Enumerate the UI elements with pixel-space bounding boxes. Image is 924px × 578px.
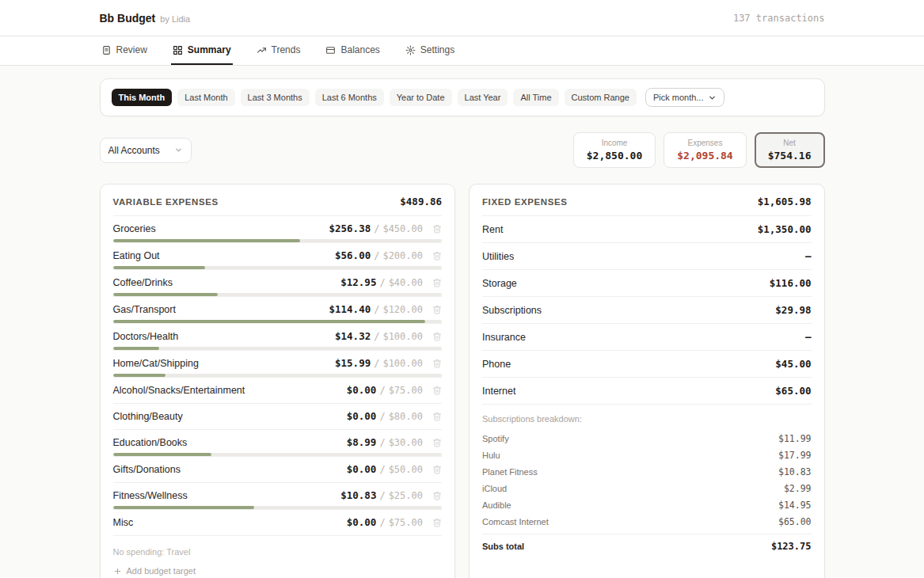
- expense-value: $116.00: [770, 277, 812, 289]
- subs-total-value: $123.75: [771, 541, 812, 552]
- date-range-pill-year-to-date[interactable]: Year to Date: [390, 89, 452, 106]
- budget-amount: $50.00: [389, 464, 423, 475]
- trash-icon[interactable]: [423, 251, 442, 260]
- chevron-down-icon: [708, 93, 717, 102]
- date-range-pill-this-month[interactable]: This Month: [112, 89, 173, 106]
- spent-amount: $12.95: [340, 276, 376, 288]
- category-name: Groceries: [113, 223, 329, 234]
- trash-icon[interactable]: [423, 518, 442, 527]
- budget-category-row: Doctors/Health $14.32 / $100.00: [113, 324, 443, 351]
- expense-value: $29.98: [775, 304, 811, 316]
- budget-progress-fill: [113, 506, 255, 509]
- trash-icon[interactable]: [423, 465, 442, 474]
- category-amounts: $0.00 / $75.00: [347, 516, 423, 528]
- stat-cards: Income $2,850.00 Expenses $2,095.84 Net …: [573, 132, 825, 168]
- subscription-value: $2.99: [784, 483, 812, 494]
- amount-separator: /: [379, 277, 385, 288]
- transactions-count: 137 transactions: [733, 13, 825, 24]
- subscription-name: Comcast Internet: [482, 517, 549, 527]
- budget-category-row: Home/Cat/Shipping $15.99 / $100.00: [113, 351, 443, 378]
- spent-amount: $0.00: [347, 463, 377, 475]
- stat-label: Net: [768, 139, 812, 147]
- budget-category-row: Clothing/Beauty $0.00 / $80.00: [113, 404, 443, 430]
- nav-tabs: Review Summary Trends Balances Settings: [100, 36, 825, 65]
- category-amounts: $0.00 / $75.00: [347, 384, 423, 396]
- expense-value: —: [805, 250, 812, 262]
- tab-label: Review: [116, 44, 147, 55]
- tab-balances[interactable]: Balances: [324, 36, 381, 65]
- month-picker-select[interactable]: Pick month...: [645, 88, 725, 107]
- spent-amount: $15.99: [335, 357, 371, 369]
- trash-icon[interactable]: [423, 386, 442, 395]
- date-range-pill-all-time[interactable]: All Time: [513, 89, 558, 106]
- subscription-value: $14.95: [778, 500, 812, 511]
- budget-progress-bar: [113, 266, 443, 269]
- tab-trends[interactable]: Trends: [255, 36, 302, 65]
- breakdown-row: Comcast Internet $65.00: [482, 513, 812, 530]
- date-range-pill-last-3-months[interactable]: Last 3 Months: [241, 89, 310, 106]
- category-name: Gifts/Donations: [113, 464, 347, 475]
- subscription-value: $17.99: [778, 450, 812, 461]
- category-amounts: $14.32 / $100.00: [335, 330, 423, 342]
- tab-review[interactable]: Review: [100, 36, 149, 65]
- spent-amount: $0.00: [347, 516, 377, 528]
- breakdown-rows: Spotify $11.99 Hulu $17.99 Planet Fitnes…: [482, 430, 812, 530]
- budget-amount: $25.00: [389, 490, 423, 501]
- budget-category-row: Fitness/Wellness $10.83 / $25.00: [113, 483, 443, 510]
- date-range-filter-card: This Month Last Month Last 3 Months Last…: [100, 78, 825, 116]
- budget-amount: $100.00: [382, 358, 423, 369]
- fixed-expense-row: Insurance —: [482, 324, 812, 351]
- amount-separator: /: [374, 358, 379, 369]
- breakdown-row: Planet Fitness $10.83: [482, 463, 812, 480]
- category-amounts: $8.99 / $30.00: [347, 436, 423, 448]
- tab-label: Balances: [340, 44, 379, 55]
- trash-icon[interactable]: [423, 491, 442, 500]
- budget-progress-bar: [113, 347, 443, 350]
- account-select[interactable]: All Accounts: [100, 138, 192, 163]
- category-amounts: $12.95 / $40.00: [340, 276, 423, 288]
- trash-icon[interactable]: [423, 305, 442, 314]
- settings-icon: [405, 45, 416, 55]
- date-range-pill-last-month[interactable]: Last Month: [177, 89, 234, 106]
- budget-progress-bar: [113, 453, 443, 456]
- date-range-pill-custom-range[interactable]: Custom Range: [565, 89, 637, 106]
- category-name: Eating Out: [113, 250, 336, 261]
- subscription-name: Planet Fitness: [482, 467, 538, 477]
- expense-name: Utilities: [482, 251, 514, 262]
- trash-icon[interactable]: [423, 412, 442, 421]
- subs-total-row: Subs total $123.75: [482, 534, 812, 552]
- fixed-expense-rows: Rent $1,350.00 Utilities — Storage $116.…: [482, 216, 812, 405]
- expense-name: Storage: [482, 278, 517, 289]
- chevron-down-icon: [174, 146, 183, 154]
- budget-category-row: Gas/Transport $114.40 / $120.00: [113, 297, 443, 324]
- trash-icon[interactable]: [423, 224, 442, 234]
- category-amounts: $56.00 / $200.00: [335, 249, 423, 261]
- trash-icon[interactable]: [423, 278, 442, 287]
- amount-separator: /: [379, 411, 385, 422]
- trash-icon[interactable]: [423, 438, 442, 447]
- date-range-pill-last-6-months[interactable]: Last 6 Months: [315, 89, 384, 106]
- breakdown-row: Spotify $11.99: [482, 430, 812, 447]
- fixed-expense-row: Subscriptions $29.98: [482, 297, 812, 324]
- expense-value: $65.00: [775, 385, 811, 397]
- expense-name: Rent: [482, 224, 503, 235]
- trash-icon[interactable]: [423, 359, 442, 368]
- breakdown-title: Subscriptions breakdown:: [482, 414, 812, 424]
- subs-total-label: Subs total: [482, 542, 524, 551]
- tab-summary[interactable]: Summary: [171, 36, 233, 65]
- stat-card-net[interactable]: Net $754.16: [755, 132, 825, 168]
- stat-card-expenses[interactable]: Expenses $2,095.84: [664, 132, 746, 168]
- amount-separator: /: [379, 490, 385, 501]
- tab-settings[interactable]: Settings: [404, 36, 456, 65]
- stat-card-income[interactable]: Income $2,850.00: [573, 132, 656, 168]
- budget-progress-fill: [113, 453, 212, 456]
- month-picker-label: Pick month...: [653, 93, 704, 102]
- budget-progress-fill: [113, 266, 205, 269]
- fixed-expense-row: Phone $45.00: [482, 351, 812, 378]
- breakdown-row: Audible $14.95: [482, 496, 812, 513]
- add-budget-target-button[interactable]: Add budget target: [113, 566, 443, 576]
- fixed-expense-row: Storage $116.00: [482, 270, 812, 297]
- category-amounts: $10.83 / $25.00: [340, 489, 423, 501]
- date-range-pill-last-year[interactable]: Last Year: [458, 89, 508, 106]
- trash-icon[interactable]: [423, 332, 442, 341]
